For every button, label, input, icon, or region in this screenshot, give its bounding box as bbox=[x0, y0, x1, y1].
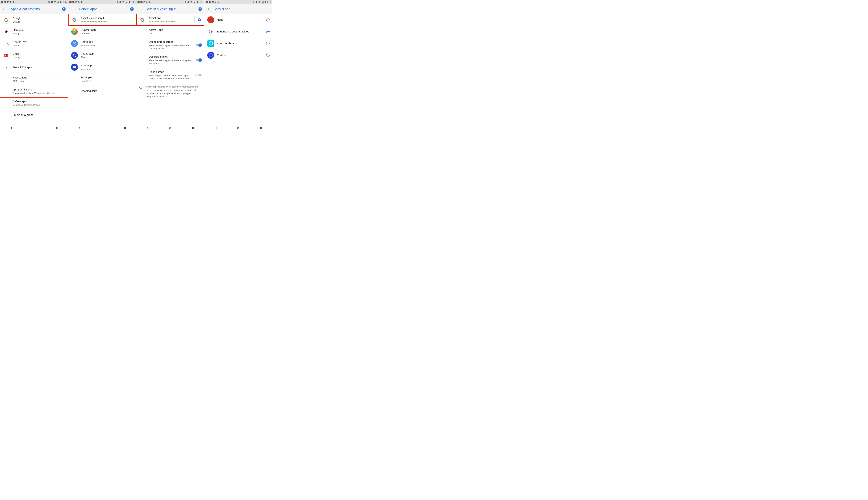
row-primary: Assist app bbox=[149, 16, 193, 20]
nav-home-button[interactable] bbox=[165, 126, 175, 129]
toggle-switch[interactable] bbox=[196, 74, 202, 76]
settings-row[interactable]: App permissions Apps using Location, Mic… bbox=[0, 86, 68, 97]
row-secondary: Apps using Location, Microphone, Camera bbox=[12, 92, 65, 95]
settings-row[interactable]: See all 219 apps bbox=[0, 61, 68, 73]
row-text: Assist & voice input Enhanced Google ser… bbox=[81, 16, 134, 23]
row-primary: Google Pay bbox=[12, 40, 65, 44]
settings-row[interactable]: None bbox=[205, 14, 273, 26]
back-button[interactable] bbox=[139, 7, 142, 11]
row-secondary: Phone bbox=[81, 56, 134, 59]
play-status-icon-2 bbox=[149, 1, 151, 3]
nav-back-button[interactable] bbox=[74, 126, 85, 129]
content-scroll[interactable]: None Enhanced Google services Amazon Ale… bbox=[205, 14, 273, 124]
row-text: Google 1m ago bbox=[12, 16, 65, 23]
row-primary: Google bbox=[12, 16, 65, 20]
settings-row[interactable]: Use text from screen Allow the assist ap… bbox=[136, 38, 204, 53]
app-icon-slot bbox=[3, 16, 10, 23]
nav-back-button[interactable] bbox=[6, 126, 16, 129]
settings-row[interactable]: Assist & voice input Enhanced Google ser… bbox=[68, 14, 136, 26]
settings-row[interactable]: SMS app Messages bbox=[68, 61, 136, 73]
wifi-icon bbox=[122, 1, 125, 3]
status-time: 8:35 bbox=[131, 1, 135, 3]
help-button[interactable]: ? bbox=[62, 7, 66, 11]
row-secondary: Allow the assist app to access the scree… bbox=[149, 44, 194, 50]
header: Apps & notifications ? bbox=[0, 4, 68, 14]
radio-button[interactable] bbox=[266, 30, 270, 33]
settings-row[interactable]: Active Edge On bbox=[136, 26, 204, 37]
app-icon-slot bbox=[71, 16, 78, 23]
toggle-switch[interactable] bbox=[196, 44, 202, 46]
row-secondary: Messages, Chrome, Phone bbox=[12, 103, 65, 106]
settings-row[interactable]: Google 1m ago bbox=[0, 14, 68, 26]
row-primary: Gmail bbox=[12, 52, 65, 56]
settings-row[interactable]: Notifications Off for 2 apps bbox=[0, 73, 68, 85]
settings-row[interactable]: G Home app Pixel Launcher bbox=[68, 38, 136, 49]
play-status-icon bbox=[146, 1, 149, 3]
content-scroll[interactable]: Assist app Enhanced Google services Acti… bbox=[136, 14, 204, 124]
nav-recent-button[interactable] bbox=[119, 126, 130, 129]
nav-recent-button[interactable] bbox=[188, 126, 198, 129]
back-button[interactable] bbox=[207, 7, 211, 11]
settings-row[interactable]: Phone app Phone bbox=[68, 49, 136, 61]
settings-row[interactable]: Flash screen Flash edges of screen when … bbox=[136, 68, 204, 83]
help-button[interactable]: ? bbox=[130, 7, 134, 11]
row-text: See all 219 apps bbox=[12, 66, 65, 69]
wifi-icon bbox=[190, 1, 193, 3]
settings-row[interactable]: Gmail 18m ago bbox=[0, 50, 68, 61]
nav-back-button[interactable] bbox=[210, 126, 221, 129]
row-text: App permissions Apps using Location, Mic… bbox=[12, 88, 65, 95]
settings-row[interactable]: Emergency alerts bbox=[0, 109, 68, 121]
row-primary: Phone app bbox=[81, 52, 134, 55]
settings-gear-button[interactable] bbox=[194, 16, 202, 23]
play-status-icon bbox=[78, 1, 81, 3]
settings-row[interactable]: Opening links bbox=[68, 85, 136, 97]
row-primary: Enhanced Google services bbox=[217, 30, 264, 33]
row-secondary: Enhanced Google services bbox=[81, 20, 134, 23]
settings-row[interactable]: Enhanced Google services bbox=[205, 26, 273, 37]
content-scroll[interactable]: Google 1m ago Flamingo 2m ago G Pay Goog… bbox=[0, 14, 68, 124]
settings-row[interactable]: Browser app Chrome bbox=[68, 26, 136, 37]
status-bar: 8:35 bbox=[136, 0, 204, 4]
nav-recent-button[interactable] bbox=[52, 126, 62, 129]
content-scroll[interactable]: Assist & voice input Enhanced Google ser… bbox=[68, 14, 136, 124]
svg-point-11 bbox=[73, 31, 76, 33]
nav-home-button[interactable] bbox=[29, 126, 39, 129]
settings-row[interactable]: Default apps Messages, Chrome, Phone bbox=[0, 97, 68, 109]
radio-button[interactable] bbox=[266, 18, 270, 22]
nav-back-button[interactable] bbox=[142, 126, 153, 129]
settings-row[interactable]: Assist app Enhanced Google services bbox=[136, 14, 204, 26]
nav-home-button[interactable] bbox=[97, 126, 107, 129]
nav-home-button[interactable] bbox=[233, 126, 243, 129]
radio-button[interactable] bbox=[266, 42, 270, 45]
row-text: Phone app Phone bbox=[81, 52, 134, 59]
row-primary: None bbox=[217, 18, 264, 22]
phone-pane-3: 8:35 Assist app None Enhanced Google ser… bbox=[205, 0, 273, 132]
nav-recent-button[interactable] bbox=[256, 126, 266, 129]
settings-row[interactable]: Cortana bbox=[205, 49, 273, 61]
row-secondary: 1m ago bbox=[12, 20, 65, 23]
back-button[interactable] bbox=[71, 7, 75, 11]
settings-row[interactable]: Amazon Alexa bbox=[205, 37, 273, 49]
status-time: 8:35 bbox=[267, 1, 271, 3]
wifi-icon bbox=[54, 1, 56, 3]
row-text: Assist app Enhanced Google services bbox=[149, 16, 193, 23]
settings-row[interactable]: Flamingo 2m ago bbox=[0, 26, 68, 38]
row-primary: Default apps bbox=[12, 100, 65, 103]
svg-point-13 bbox=[102, 127, 103, 128]
svg-point-5 bbox=[34, 127, 35, 128]
settings-row[interactable]: Tap & pay Google Pay bbox=[68, 73, 136, 85]
app-icon-slot bbox=[3, 64, 10, 71]
row-text: Home app Pixel Launcher bbox=[81, 40, 134, 47]
radio-button[interactable] bbox=[266, 54, 270, 57]
gmail-icon bbox=[4, 53, 9, 58]
row-secondary: Chrome bbox=[81, 32, 134, 35]
help-button[interactable]: ? bbox=[198, 7, 202, 11]
app-icon-slot bbox=[139, 16, 146, 23]
toggle-switch[interactable] bbox=[196, 59, 202, 61]
back-button[interactable] bbox=[2, 7, 6, 11]
home-app-icon: G bbox=[71, 40, 78, 47]
row-text: Active Edge On bbox=[149, 28, 202, 35]
settings-row[interactable]: Special app access 9 apps can use unrest… bbox=[0, 121, 68, 124]
settings-row[interactable]: G Pay Google Pay 18m ago bbox=[0, 38, 68, 50]
settings-row[interactable]: Use screenshot Allow the assist app to a… bbox=[136, 53, 204, 68]
